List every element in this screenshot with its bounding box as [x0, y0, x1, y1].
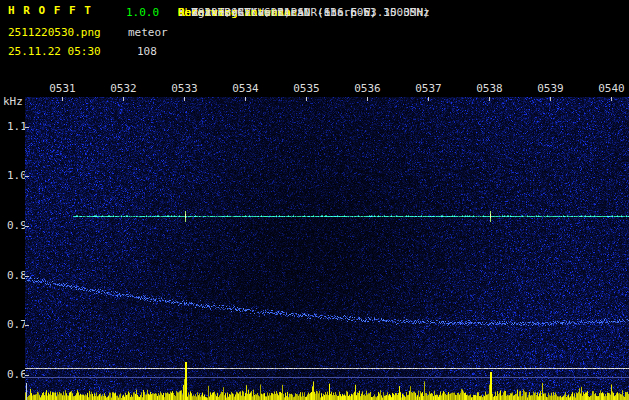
- x-tick-label: 0534: [232, 82, 259, 95]
- y-tick-label: 1.1: [7, 120, 27, 133]
- app-title: H R O F F T: [8, 4, 92, 17]
- x-tick-label: 0539: [537, 82, 564, 95]
- x-tick-label: 0533: [171, 82, 198, 95]
- spectrogram-canvas: [25, 97, 629, 400]
- info-value: : 2el-HB9CV Vertical (el. E-W): [178, 6, 377, 19]
- x-tick-label: 0536: [354, 82, 381, 95]
- hrofft-window: H R O F F T 1.0.0 2511220530.png meteor …: [0, 0, 629, 400]
- y-axis-unit-label: kHz: [3, 95, 23, 108]
- observation-datetime: 25.11.22 05:30: [8, 45, 101, 58]
- y-tick-label: 0.6: [7, 368, 27, 381]
- echo-count: 108: [137, 45, 157, 58]
- y-tick-label: 0.7: [7, 318, 27, 331]
- x-tick-label: 0531: [49, 82, 76, 95]
- output-filename: 2511220530.png: [8, 26, 101, 39]
- y-tick-label: 0.9: [7, 219, 27, 232]
- x-tick-label: 0535: [293, 82, 320, 95]
- x-tick-label: 0538: [476, 82, 503, 95]
- mode-label: meteor: [128, 26, 168, 39]
- x-tick-label: 0540: [598, 82, 625, 95]
- x-tick-label: 0532: [110, 82, 137, 95]
- y-tick-label: 1.0: [7, 169, 27, 182]
- app-version: 1.0.0: [126, 6, 159, 19]
- x-tick-label: 0537: [415, 82, 442, 95]
- y-tick-label: 0.8: [7, 269, 27, 282]
